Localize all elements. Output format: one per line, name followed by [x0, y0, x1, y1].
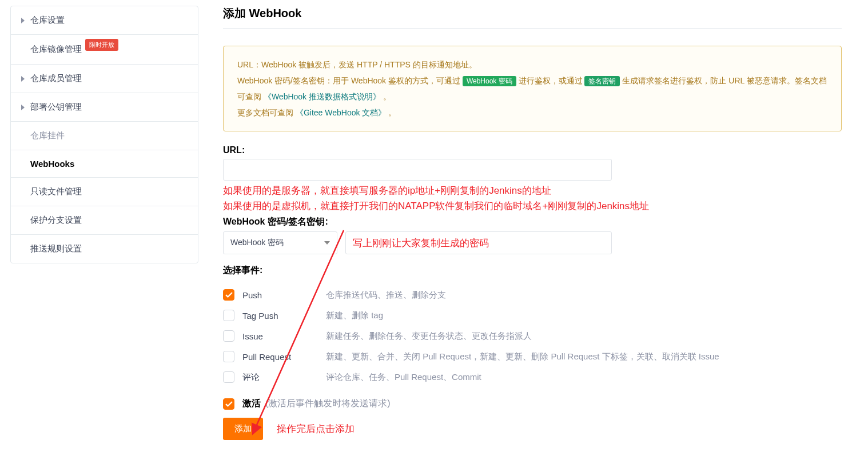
chevron-right-icon [21, 18, 25, 23]
sidebar-item-label: 仓库挂件 [30, 130, 65, 141]
sidebar-item-push-rules[interactable]: 推送规则设置 [11, 234, 198, 263]
event-desc: 新建、更新、合并、关闭 Pull Request，新建、更新、删除 Pull R… [326, 351, 719, 362]
checkbox-issue[interactable] [223, 330, 234, 342]
event-desc: 新建任务、删除任务、变更任务状态、更改任务指派人 [326, 331, 532, 342]
page-title: 添加 WebHook [223, 6, 842, 21]
event-name: Push [242, 290, 326, 300]
sidebar: 仓库设置 仓库镜像管理 限时开放 仓库成员管理 部署公钥管理 仓库挂件 WebH… [0, 0, 209, 463]
sidebar-item-label: 部署公钥管理 [30, 102, 82, 113]
sidebar-item-deploy-keys[interactable]: 部署公钥管理 [11, 93, 198, 121]
checkbox-activate[interactable] [223, 398, 234, 410]
checkbox-push[interactable] [223, 289, 234, 301]
pill-sign-key: 签名密钥 [584, 76, 620, 86]
sidebar-item-label: 只读文件管理 [30, 186, 82, 197]
chevron-right-icon [21, 105, 25, 110]
event-desc: 仓库推送代码、推送、删除分支 [326, 290, 446, 301]
sidebar-item-repo-settings[interactable]: 仓库设置 [11, 6, 198, 34]
chevron-right-icon [21, 76, 25, 82]
link-gitee-webhook-doc[interactable]: 《Gitee WebHook 文档》 [296, 108, 386, 117]
info-line-2: WebHook 密码/签名密钥：用于 WebHook 鉴权的方式，可通过 Web… [237, 73, 827, 105]
event-desc: 新建、删除 tag [326, 310, 383, 321]
sidebar-item-label: 仓库设置 [30, 15, 65, 26]
secret-input[interactable] [345, 231, 612, 254]
event-row-comment: 评论 评论仓库、任务、Pull Request、Commit [223, 367, 842, 387]
activate-label: 激活 [242, 398, 261, 410]
url-label: URL: [223, 145, 842, 155]
event-name: Pull Request [242, 352, 326, 362]
event-desc: 评论仓库、任务、Pull Request、Commit [326, 372, 481, 383]
sidebar-item-widgets[interactable]: 仓库挂件 [11, 121, 198, 150]
annotation-url-2: 如果使用的是虚拟机，就直接打开我们的NATAPP软件复制我们的临时域名+刚刚复制… [223, 198, 842, 214]
activate-hint: (激活后事件触发时将发送请求) [265, 398, 391, 410]
link-webhook-format-doc[interactable]: 《WebHook 推送数据格式说明》 [264, 92, 381, 101]
events-section: 选择事件: Push 仓库推送代码、推送、删除分支 Tag Push 新建、删除… [223, 265, 842, 387]
event-name: Tag Push [242, 311, 326, 321]
secret-label: WebHook 密码/签名密钥: [223, 216, 842, 228]
badge-limited: 限时开放 [85, 39, 118, 51]
activate-row: 激活 (激活后事件触发时将发送请求) [223, 398, 842, 410]
sidebar-item-members[interactable]: 仓库成员管理 [11, 64, 198, 93]
event-row-pullrequest: Pull Request 新建、更新、合并、关闭 Pull Request，新建… [223, 346, 842, 367]
chevron-down-icon [324, 241, 330, 245]
sidebar-item-label: 仓库镜像管理 [30, 44, 82, 55]
checkbox-comment[interactable] [223, 371, 234, 383]
event-row-issue: Issue 新建任务、删除任务、变更任务状态、更改任务指派人 [223, 326, 842, 346]
pill-webhook-password: WebHook 密码 [463, 76, 516, 86]
event-row-tagpush: Tag Push 新建、删除 tag [223, 305, 842, 326]
sidebar-item-protected-branch[interactable]: 保护分支设置 [11, 206, 198, 234]
sidebar-item-label: 保护分支设置 [30, 215, 82, 226]
info-line-3: 更多文档可查阅 《Gitee WebHook 文档》 。 [237, 105, 827, 121]
annotation-url-1: 如果使用的是服务器，就直接填写服务器的ip地址+刚刚复制的Jenkins的地址 [223, 183, 842, 198]
sidebar-item-label: 仓库成员管理 [30, 73, 82, 84]
sidebar-item-repo-mirror[interactable]: 仓库镜像管理 限时开放 [11, 34, 198, 64]
events-label: 选择事件: [223, 265, 842, 277]
event-row-push: Push 仓库推送代码、推送、删除分支 [223, 285, 842, 305]
main-content: 添加 WebHook URL：WebHook 被触发后，发送 HTTP / HT… [209, 0, 855, 463]
sidebar-item-label: WebHooks [30, 159, 74, 169]
sidebar-item-label: 推送规则设置 [30, 243, 82, 254]
checkbox-tagpush[interactable] [223, 310, 234, 321]
divider [223, 28, 842, 29]
checkbox-pullrequest[interactable] [223, 351, 234, 362]
sidebar-item-readonly[interactable]: 只读文件管理 [11, 177, 198, 206]
event-name: Issue [242, 331, 326, 341]
event-name: 评论 [242, 372, 326, 383]
sidebar-item-webhooks[interactable]: WebHooks [11, 150, 198, 177]
secret-type-value: WebHook 密码 [230, 238, 284, 248]
annotation-submit: 操作完后点击添加 [277, 421, 355, 437]
secret-type-select[interactable]: WebHook 密码 [223, 231, 337, 254]
info-line-1: URL：WebHook 被触发后，发送 HTTP / HTTPS 的目标通知地址… [237, 57, 827, 73]
url-input[interactable] [223, 159, 612, 181]
add-button[interactable]: 添加 [223, 418, 263, 440]
info-box: URL：WebHook 被触发后，发送 HTTP / HTTPS 的目标通知地址… [223, 46, 842, 131]
